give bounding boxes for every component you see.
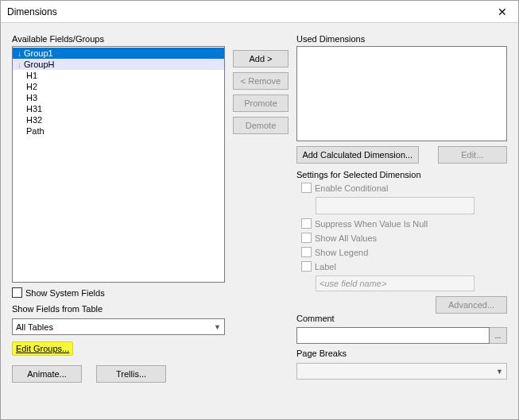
label-placeholder: <use field name>: [320, 279, 386, 288]
list-item[interactable]: H2: [13, 81, 224, 92]
remove-button[interactable]: < Remove: [233, 72, 289, 90]
list-item-label: H1: [26, 71, 37, 80]
animate-button[interactable]: Animate...: [12, 365, 82, 383]
edit-groups-button[interactable]: Edit Groups...: [12, 341, 73, 356]
comment-label: Comment: [296, 314, 507, 323]
available-fields-label: Available Fields/Groups: [12, 34, 225, 44]
trellis-button[interactable]: Trellis...: [96, 365, 166, 383]
list-item[interactable]: H1: [13, 70, 224, 81]
checkbox-icon[interactable]: [301, 247, 312, 257]
used-dimensions-list[interactable]: [296, 46, 507, 141]
show-all-values-label: Show All Values: [315, 233, 377, 243]
show-system-fields-row[interactable]: Show System Fields: [12, 287, 225, 298]
table-select[interactable]: All Tables ▼: [12, 318, 225, 335]
page-breaks-label: Page Breaks: [296, 349, 507, 358]
show-fields-from-table-label: Show Fields from Table: [12, 304, 225, 314]
checkbox-icon[interactable]: [12, 287, 22, 298]
list-item[interactable]: Path: [13, 125, 224, 137]
label-field-input[interactable]: <use field name>: [316, 276, 474, 291]
list-item-label: Group1: [24, 48, 53, 58]
used-dimensions-label: Used Dimensions: [296, 34, 507, 44]
group-arrow-icon: ↓: [17, 49, 21, 58]
enable-conditional-label: Enable Conditional: [315, 183, 388, 193]
list-item[interactable]: H32: [13, 114, 224, 125]
comment-expand-button[interactable]: ...: [490, 327, 507, 344]
add-button[interactable]: Add >: [233, 50, 289, 67]
list-item[interactable]: ↓Group1: [13, 48, 224, 59]
add-calculated-dimension-button[interactable]: Add Calculated Dimension...: [296, 146, 419, 164]
checkbox-icon[interactable]: [301, 218, 312, 229]
list-item-label: H31: [26, 104, 42, 114]
demote-button[interactable]: Demote: [233, 117, 289, 134]
conditional-expression-input[interactable]: [316, 197, 474, 214]
show-legend-row[interactable]: Show Legend: [301, 247, 507, 257]
window-title: Dimensions: [7, 6, 493, 17]
suppress-null-label: Suppress When Value Is Null: [315, 219, 428, 229]
list-item-label: H32: [26, 115, 42, 125]
suppress-null-row[interactable]: Suppress When Value Is Null: [301, 218, 507, 229]
checkbox-icon[interactable]: [301, 233, 312, 243]
edit-groups-highlight: Edit Groups...: [12, 335, 225, 356]
label-row[interactable]: Label: [301, 261, 507, 272]
close-icon[interactable]: ✕: [493, 6, 512, 18]
page-breaks-select[interactable]: ▼: [296, 363, 507, 380]
label-checkbox-label: Label: [315, 262, 336, 272]
promote-button[interactable]: Promote: [233, 94, 289, 112]
list-item-label: Path: [26, 126, 45, 136]
table-select-value: All Tables: [16, 322, 53, 332]
list-item[interactable]: H31: [13, 103, 224, 114]
show-legend-label: Show Legend: [315, 248, 368, 257]
show-all-values-row[interactable]: Show All Values: [301, 233, 507, 243]
chevron-down-icon: ▼: [496, 368, 503, 376]
show-system-fields-label: Show System Fields: [25, 288, 105, 298]
list-item[interactable]: H3: [13, 92, 224, 103]
chevron-down-icon: ▼: [214, 323, 221, 331]
enable-conditional-row[interactable]: Enable Conditional: [301, 183, 507, 193]
advanced-button[interactable]: Advanced...: [436, 296, 507, 314]
edit-button[interactable]: Edit...: [438, 146, 507, 164]
list-item-label: H3: [26, 93, 37, 102]
list-item-label: H2: [26, 82, 37, 91]
list-item-label: GroupH: [24, 60, 55, 69]
checkbox-icon[interactable]: [301, 183, 312, 193]
list-item[interactable]: ↓GroupH: [13, 59, 224, 70]
comment-input[interactable]: [296, 327, 490, 344]
titlebar: Dimensions ✕: [1, 1, 518, 23]
checkbox-icon[interactable]: [301, 261, 312, 272]
group-arrow-icon: ↓: [17, 60, 21, 69]
dimensions-dialog: Dimensions ✕ Available Fields/Groups ↓Gr…: [0, 0, 519, 420]
settings-label: Settings for Selected Dimension: [296, 170, 507, 179]
available-fields-list[interactable]: ↓Group1↓GroupHH1H2H3H31H32Path: [12, 46, 225, 283]
